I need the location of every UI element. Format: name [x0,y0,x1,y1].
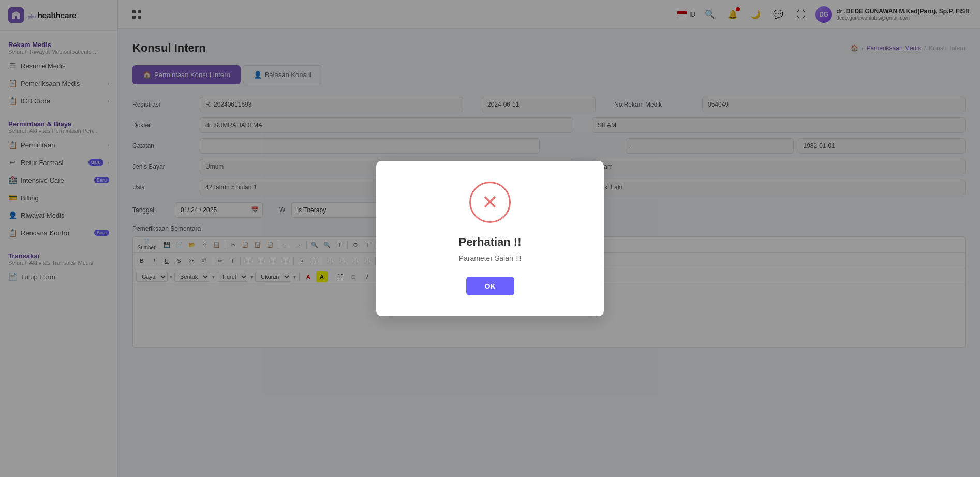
modal-overlay[interactable]: ✕ Perhatian !! Parameter Salah !!! OK [0,0,980,477]
error-x-icon: ✕ [482,192,498,212]
modal-title: Perhatian !! [402,235,578,249]
modal-message: Parameter Salah !!! [402,254,578,262]
modal-ok-button[interactable]: OK [466,277,514,295]
modal-dialog: ✕ Perhatian !! Parameter Salah !!! OK [376,161,604,316]
error-icon-circle: ✕ [469,182,511,223]
